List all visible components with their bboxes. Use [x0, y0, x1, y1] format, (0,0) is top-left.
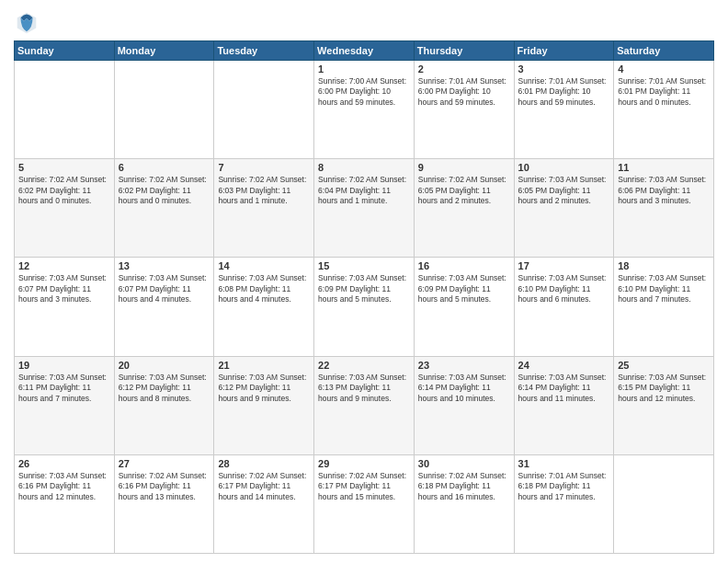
day-info: Sunrise: 7:03 AM Sunset: 6:08 PM Dayligh…	[218, 273, 310, 304]
day-info: Sunrise: 7:01 AM Sunset: 6:01 PM Dayligh…	[618, 76, 710, 108]
calendar-cell: 17Sunrise: 7:03 AM Sunset: 6:10 PM Dayli…	[514, 258, 614, 356]
day-info: Sunrise: 7:03 AM Sunset: 6:10 PM Dayligh…	[518, 273, 610, 304]
calendar-cell: 22Sunrise: 7:03 AM Sunset: 6:13 PM Dayli…	[314, 356, 415, 454]
header	[14, 9, 714, 35]
day-number: 29	[318, 458, 410, 469]
calendar-cell: 4Sunrise: 7:01 AM Sunset: 6:01 PM Daylig…	[614, 61, 714, 159]
day-number: 4	[618, 63, 710, 75]
day-number: 31	[518, 458, 610, 469]
day-number: 3	[518, 63, 610, 75]
calendar-week-3: 19Sunrise: 7:03 AM Sunset: 6:11 PM Dayli…	[15, 356, 714, 454]
day-info: Sunrise: 7:03 AM Sunset: 6:14 PM Dayligh…	[518, 373, 610, 404]
calendar-week-4: 26Sunrise: 7:03 AM Sunset: 6:16 PM Dayli…	[15, 454, 714, 553]
day-number: 6	[119, 162, 210, 173]
calendar-cell: 6Sunrise: 7:02 AM Sunset: 6:02 PM Daylig…	[114, 159, 214, 258]
day-info: Sunrise: 7:01 AM Sunset: 6:18 PM Dayligh…	[518, 471, 610, 502]
day-info: Sunrise: 7:03 AM Sunset: 6:07 PM Dayligh…	[119, 273, 210, 304]
calendar-cell: 12Sunrise: 7:03 AM Sunset: 6:07 PM Dayli…	[15, 258, 115, 356]
day-info: Sunrise: 7:02 AM Sunset: 6:18 PM Dayligh…	[418, 471, 510, 502]
day-number: 30	[418, 458, 510, 469]
day-info: Sunrise: 7:03 AM Sunset: 6:09 PM Dayligh…	[318, 273, 410, 304]
day-info: Sunrise: 7:03 AM Sunset: 6:11 PM Dayligh…	[18, 373, 110, 404]
day-info: Sunrise: 7:03 AM Sunset: 6:05 PM Dayligh…	[518, 175, 610, 206]
weekday-header-friday: Friday	[514, 41, 614, 61]
day-info: Sunrise: 7:03 AM Sunset: 6:14 PM Dayligh…	[418, 373, 510, 404]
day-number: 9	[418, 162, 510, 173]
day-info: Sunrise: 7:03 AM Sunset: 6:12 PM Dayligh…	[218, 373, 310, 404]
calendar-cell	[114, 61, 214, 159]
calendar-cell: 11Sunrise: 7:03 AM Sunset: 6:06 PM Dayli…	[614, 159, 714, 258]
calendar-cell: 2Sunrise: 7:01 AM Sunset: 6:00 PM Daylig…	[414, 61, 514, 159]
day-number: 20	[119, 360, 210, 371]
page: SundayMondayTuesdayWednesdayThursdayFrid…	[0, 0, 728, 563]
calendar-cell: 20Sunrise: 7:03 AM Sunset: 6:12 PM Dayli…	[114, 356, 214, 454]
day-number: 25	[618, 360, 710, 371]
weekday-header-saturday: Saturday	[614, 41, 714, 61]
day-info: Sunrise: 7:01 AM Sunset: 6:01 PM Dayligh…	[518, 76, 610, 108]
day-number: 15	[318, 260, 410, 271]
calendar-cell: 21Sunrise: 7:03 AM Sunset: 6:12 PM Dayli…	[214, 356, 314, 454]
calendar-cell: 24Sunrise: 7:03 AM Sunset: 6:14 PM Dayli…	[514, 356, 614, 454]
day-number: 7	[218, 162, 310, 173]
day-number: 5	[18, 162, 110, 173]
weekday-header-row: SundayMondayTuesdayWednesdayThursdayFrid…	[15, 41, 714, 61]
day-number: 17	[518, 260, 610, 271]
day-info: Sunrise: 7:03 AM Sunset: 6:15 PM Dayligh…	[618, 373, 710, 404]
calendar-cell: 27Sunrise: 7:02 AM Sunset: 6:16 PM Dayli…	[114, 454, 214, 553]
calendar-cell: 18Sunrise: 7:03 AM Sunset: 6:10 PM Dayli…	[614, 258, 714, 356]
calendar-cell: 8Sunrise: 7:02 AM Sunset: 6:04 PM Daylig…	[314, 159, 415, 258]
calendar-cell: 31Sunrise: 7:01 AM Sunset: 6:18 PM Dayli…	[514, 454, 614, 553]
calendar-cell: 13Sunrise: 7:03 AM Sunset: 6:07 PM Dayli…	[114, 258, 214, 356]
day-number: 13	[119, 260, 210, 271]
calendar-cell	[214, 61, 314, 159]
day-info: Sunrise: 7:02 AM Sunset: 6:05 PM Dayligh…	[418, 175, 510, 206]
calendar-cell: 25Sunrise: 7:03 AM Sunset: 6:15 PM Dayli…	[614, 356, 714, 454]
calendar-table: SundayMondayTuesdayWednesdayThursdayFrid…	[14, 40, 714, 554]
day-number: 21	[218, 360, 310, 371]
day-info: Sunrise: 7:02 AM Sunset: 6:17 PM Dayligh…	[318, 471, 410, 502]
day-info: Sunrise: 7:03 AM Sunset: 6:13 PM Dayligh…	[318, 373, 410, 404]
day-number: 2	[418, 63, 510, 75]
calendar-cell: 28Sunrise: 7:02 AM Sunset: 6:17 PM Dayli…	[214, 454, 314, 553]
day-info: Sunrise: 7:03 AM Sunset: 6:06 PM Dayligh…	[618, 175, 710, 206]
day-info: Sunrise: 7:03 AM Sunset: 6:07 PM Dayligh…	[18, 273, 110, 304]
calendar-cell: 5Sunrise: 7:02 AM Sunset: 6:02 PM Daylig…	[15, 159, 115, 258]
day-number: 24	[518, 360, 610, 371]
calendar-cell	[15, 61, 115, 159]
calendar-cell: 16Sunrise: 7:03 AM Sunset: 6:09 PM Dayli…	[414, 258, 514, 356]
day-info: Sunrise: 7:02 AM Sunset: 6:02 PM Dayligh…	[18, 175, 110, 206]
day-number: 18	[618, 260, 710, 271]
day-number: 19	[18, 360, 110, 371]
calendar-cell: 10Sunrise: 7:03 AM Sunset: 6:05 PM Dayli…	[514, 159, 614, 258]
weekday-header-tuesday: Tuesday	[214, 41, 314, 61]
day-number: 27	[119, 458, 210, 469]
logo-icon	[14, 9, 40, 35]
calendar-cell: 3Sunrise: 7:01 AM Sunset: 6:01 PM Daylig…	[514, 61, 614, 159]
day-number: 14	[218, 260, 310, 271]
calendar-cell: 26Sunrise: 7:03 AM Sunset: 6:16 PM Dayli…	[15, 454, 115, 553]
day-info: Sunrise: 7:02 AM Sunset: 6:16 PM Dayligh…	[119, 471, 210, 502]
day-number: 28	[218, 458, 310, 469]
calendar-cell: 15Sunrise: 7:03 AM Sunset: 6:09 PM Dayli…	[314, 258, 415, 356]
day-number: 22	[318, 360, 410, 371]
day-number: 11	[618, 162, 710, 173]
calendar-cell: 9Sunrise: 7:02 AM Sunset: 6:05 PM Daylig…	[414, 159, 514, 258]
day-number: 10	[518, 162, 610, 173]
day-info: Sunrise: 7:01 AM Sunset: 6:00 PM Dayligh…	[418, 76, 510, 108]
calendar-cell: 19Sunrise: 7:03 AM Sunset: 6:11 PM Dayli…	[15, 356, 115, 454]
weekday-header-monday: Monday	[114, 41, 214, 61]
weekday-header-thursday: Thursday	[414, 41, 514, 61]
day-info: Sunrise: 7:03 AM Sunset: 6:09 PM Dayligh…	[418, 273, 510, 304]
day-number: 16	[418, 260, 510, 271]
day-number: 23	[418, 360, 510, 371]
day-number: 8	[318, 162, 410, 173]
day-info: Sunrise: 7:00 AM Sunset: 6:00 PM Dayligh…	[318, 76, 410, 108]
weekday-header-wednesday: Wednesday	[314, 41, 415, 61]
day-info: Sunrise: 7:03 AM Sunset: 6:10 PM Dayligh…	[618, 273, 710, 304]
calendar-cell: 7Sunrise: 7:02 AM Sunset: 6:03 PM Daylig…	[214, 159, 314, 258]
calendar-cell: 14Sunrise: 7:03 AM Sunset: 6:08 PM Dayli…	[214, 258, 314, 356]
day-info: Sunrise: 7:03 AM Sunset: 6:16 PM Dayligh…	[18, 471, 110, 502]
day-info: Sunrise: 7:02 AM Sunset: 6:03 PM Dayligh…	[218, 175, 310, 206]
calendar-cell: 1Sunrise: 7:00 AM Sunset: 6:00 PM Daylig…	[314, 61, 415, 159]
calendar-week-0: 1Sunrise: 7:00 AM Sunset: 6:00 PM Daylig…	[15, 61, 714, 159]
